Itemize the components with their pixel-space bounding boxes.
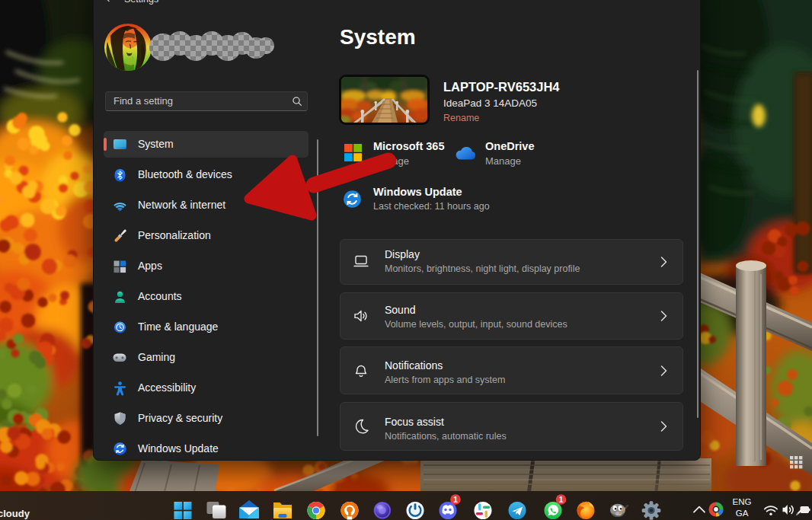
svg-text:1: 1 bbox=[559, 496, 564, 504]
svg-text:1: 1 bbox=[453, 496, 458, 504]
